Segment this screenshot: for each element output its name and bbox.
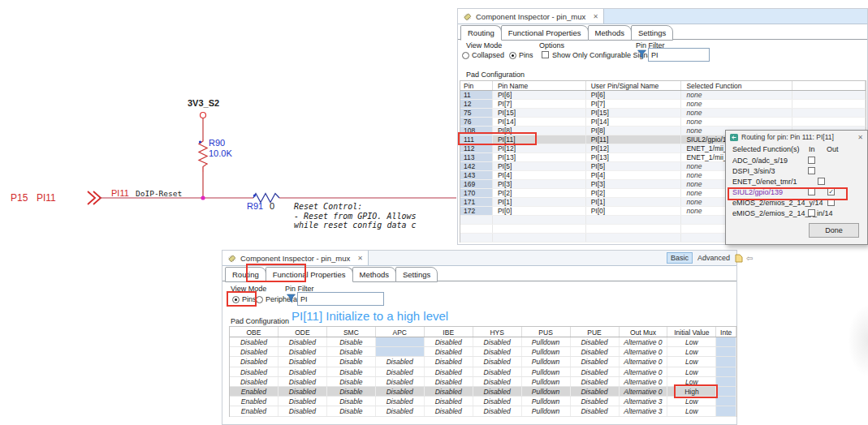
routing-function-row[interactable]: DSPI_3/sin/3 [726,166,867,177]
tab-methods[interactable]: Methods [352,267,396,282]
pad-config-row[interactable]: DisabledDisabledDisableDisabledDisabledD… [230,377,736,387]
pad-cell[interactable]: Disabled [279,337,327,346]
tab-functional-properties[interactable]: Functional Properties [266,267,353,282]
pad-cell[interactable]: Disabled [279,347,327,356]
pin-filter-input[interactable] [297,292,384,306]
interrupt-cell[interactable] [716,377,736,386]
routing-function-row[interactable]: eMIOS_2/emios_2_14_y_in/14 [726,208,867,219]
pad-config-row[interactable]: DisabledDisabledDisableDisabledDisabledP… [230,347,736,357]
interrupt-cell[interactable] [716,347,736,356]
pad-cell[interactable]: Enabled [230,406,279,415]
pad-cell[interactable]: Pulldown [522,357,571,366]
pad-cell[interactable]: Pulldown [522,377,571,386]
pad-cell[interactable]: Low [667,397,716,406]
pad-cell[interactable]: Alternative 0 [620,337,668,346]
tab-routing[interactable]: Routing [460,25,502,41]
tab-methods[interactable]: Methods [588,25,632,41]
collapsed-radio-dot[interactable] [462,52,469,59]
pad-cell[interactable]: Disabled [473,347,522,356]
pad-cell[interactable]: Disabled [425,377,473,386]
interrupt-cell[interactable] [716,337,736,346]
pad-cell[interactable]: Disabled [473,406,522,415]
pad-cell[interactable]: Disabled [425,387,473,396]
pad-cell[interactable] [376,347,425,356]
pad-cell[interactable]: Disabled [279,406,327,415]
routing-function-row[interactable]: eMIOS_2/emios_2_14_y/14 [726,198,867,208]
pad-cell[interactable]: Disabled [571,337,620,346]
pad-cell[interactable]: Disabled [425,347,473,356]
pad-cell[interactable]: Disabled [571,387,620,396]
document-icon[interactable] [735,254,743,263]
pad-cell[interactable]: Enabled [230,397,279,406]
pad-cell[interactable]: Disabled [230,357,279,366]
dialog-titlebar[interactable]: Routing for pin: Pin 111: PI[11] ✕ [726,131,867,144]
pad-cell[interactable]: Disabled [376,357,425,366]
pad-cell[interactable]: Disabled [473,387,522,396]
tab-settings[interactable]: Settings [395,267,438,282]
pad-cell[interactable]: Disabled [473,337,522,346]
back-arrow-icon[interactable]: ⇦ [746,254,753,263]
pad-cell[interactable]: Pulldown [522,337,571,346]
pad-cell[interactable]: Alternative 3 [620,406,668,415]
pad-cell[interactable]: Disable [327,387,376,396]
pad-cell[interactable] [376,337,425,346]
pad-config-row[interactable]: EnabledDisabledDisableDisabledDisabledDi… [230,397,736,406]
pad-cell[interactable]: Disable [327,337,376,346]
tab-settings[interactable]: Settings [631,25,673,41]
pad-cell[interactable]: Disabled [571,377,620,386]
pad-cell[interactable]: Disabled [230,377,279,386]
peripheral-radio-dot[interactable] [256,296,263,303]
advanced-mode-button[interactable]: Advanced [696,254,732,262]
pin-row[interactable]: 12PI[7]PI[7]none [460,100,866,109]
pin-row[interactable]: 11PI[6]PI[6]none [460,91,866,100]
interrupt-cell[interactable] [716,406,736,415]
pad-cell[interactable]: Disabled [473,367,522,376]
pad-cell[interactable]: Disabled [571,347,620,356]
pad-config-row[interactable]: DisabledDisabledDisableDisabledDisabledD… [230,367,736,377]
pad-cell[interactable]: Disabled [425,406,473,415]
pad-cell[interactable]: Disabled [230,337,279,346]
pad-cell[interactable]: Disabled [571,397,620,406]
pin-row[interactable]: 75PI[15]PI[15]none [460,109,866,118]
pad-cell[interactable]: Disabled [571,357,620,366]
routing-function-row[interactable]: ENET_0/enet_tmr/1 [726,177,867,187]
pad-cell[interactable]: Alternative 0 [620,367,668,376]
in-checkbox[interactable] [808,188,815,195]
interrupt-cell[interactable] [716,397,736,406]
pad-cell[interactable]: Disabled [376,387,425,396]
pad-cell[interactable]: Low [667,367,716,376]
pad-cell[interactable]: Disable [327,357,376,366]
pad-config-row[interactable]: EnabledDisabledDisableDisabledDisabledDi… [230,406,736,416]
pad-cell[interactable]: Disabled [376,397,425,406]
pad-cell[interactable]: Disabled [571,367,620,376]
pad-cell[interactable]: Pulldown [522,367,571,376]
pad-cell[interactable]: Disable [327,367,376,376]
interrupt-cell[interactable] [716,357,736,366]
pin-filter-input[interactable] [648,48,710,62]
pad-cell[interactable]: Disabled [230,347,279,356]
pad-cell[interactable]: Alternative 0 [620,357,668,366]
pins-radio[interactable]: Pins [232,295,257,303]
pad-cell[interactable]: Pulldown [522,397,571,406]
pad-cell[interactable]: Alternative 3 [620,397,668,406]
routing-function-row[interactable]: ADC_0/adc_s/19 [726,156,867,166]
pad-cell[interactable]: Disabled [279,377,327,386]
pins-radio-dot[interactable] [509,52,516,59]
pad-cell[interactable]: Disabled [425,397,473,406]
close-view-icon[interactable]: ✕ [593,13,598,20]
in-checkbox[interactable] [808,167,815,174]
pad-cell[interactable]: Disabled [279,397,327,406]
done-button[interactable]: Done [809,223,859,238]
pad-cell[interactable]: Disabled [425,367,473,376]
view-tab[interactable]: Component Inspector - pin_mux ✕ [222,251,369,265]
pad-cell[interactable]: Disabled [230,367,279,376]
pad-cell[interactable]: Low [667,357,716,366]
collapsed-radio[interactable]: Collapsed [462,51,504,59]
pins-radio[interactable]: Pins [509,51,533,59]
pad-cell[interactable]: Pulldown [522,387,571,396]
interrupt-cell[interactable] [716,387,736,396]
out-checkbox[interactable]: ✓ [827,188,835,195]
pad-cell[interactable]: Disable [327,347,376,356]
pad-cell[interactable]: Low [667,347,716,356]
pad-config-row[interactable]: DisabledDisabledDisableDisabledDisabledD… [230,357,736,367]
